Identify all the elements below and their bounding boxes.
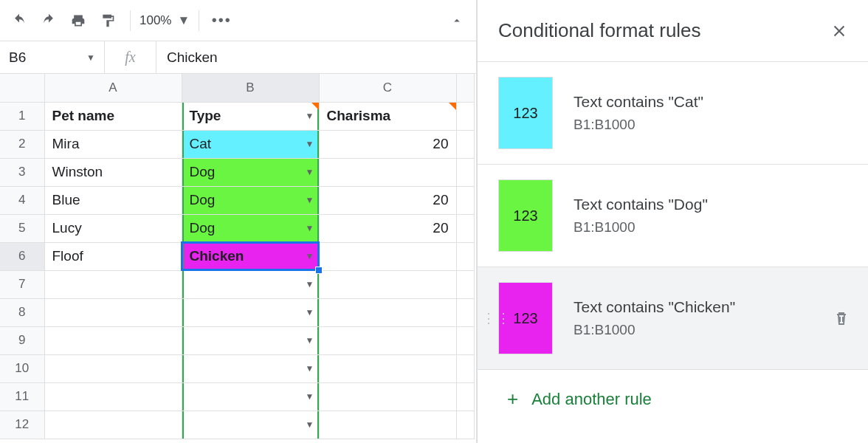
chevron-down-icon[interactable]: ▼ — [306, 139, 314, 149]
cell[interactable]: ▼ — [182, 354, 319, 382]
cell[interactable]: Pet name — [44, 102, 182, 130]
chevron-down-icon[interactable]: ▼ — [306, 335, 314, 346]
cell[interactable]: Blue — [44, 186, 182, 214]
add-rule-label: Add another rule — [531, 390, 652, 409]
row-header[interactable]: 4 — [0, 186, 44, 214]
row-header[interactable]: 9 — [0, 326, 44, 354]
cell[interactable]: ▼ — [182, 382, 319, 411]
print-button[interactable] — [65, 7, 92, 34]
chevron-down-icon[interactable]: ▼ — [306, 279, 314, 289]
spreadsheet-grid[interactable]: A B C 1 Pet name Type ▼ Charisma — [0, 74, 476, 443]
delete-rule-button[interactable] — [833, 309, 850, 327]
format-rule[interactable]: 123 Text contains "Cat" B1:B1000 — [478, 62, 868, 165]
cell[interactable]: ▼ — [182, 298, 319, 326]
cell[interactable]: Type ▼ — [182, 102, 319, 130]
cell[interactable]: Mira — [44, 130, 182, 158]
cell[interactable] — [319, 382, 456, 411]
chevron-down-icon[interactable]: ▼ — [306, 111, 314, 121]
cell[interactable] — [44, 354, 182, 382]
format-rule[interactable]: ⋮⋮ 123 Text contains "Chicken" B1:B1000 — [478, 267, 868, 370]
cell[interactable] — [456, 242, 474, 270]
cell[interactable]: 20 — [319, 130, 456, 158]
chevron-down-icon[interactable]: ▼ — [306, 363, 314, 374]
cell[interactable]: ▼ — [182, 326, 319, 354]
cell[interactable] — [456, 270, 474, 298]
row-header[interactable]: 11 — [0, 382, 44, 411]
cell[interactable] — [456, 382, 474, 411]
cell[interactable]: Cat▼ — [182, 130, 319, 158]
cell[interactable]: Floof — [44, 242, 182, 270]
close-sidebar-button[interactable] — [831, 23, 847, 39]
add-rule-button[interactable]: + Add another rule — [478, 370, 868, 428]
cell[interactable] — [319, 242, 456, 270]
redo-button[interactable] — [35, 7, 62, 34]
cell[interactable] — [456, 186, 474, 214]
cell[interactable] — [456, 326, 474, 354]
row-header[interactable]: 5 — [0, 214, 44, 242]
row-header[interactable]: 3 — [0, 158, 44, 186]
row-header[interactable]: 6 — [0, 242, 44, 270]
cell[interactable]: 20 — [319, 214, 456, 242]
rule-range: B1:B1000 — [574, 117, 703, 133]
cell[interactable] — [456, 411, 474, 439]
cell[interactable] — [319, 354, 456, 382]
cell[interactable] — [319, 411, 456, 439]
cell[interactable] — [44, 382, 182, 411]
column-header-d[interactable] — [456, 74, 474, 102]
row-header[interactable]: 1 — [0, 102, 44, 130]
cell[interactable]: 20 — [319, 186, 456, 214]
column-header-b[interactable]: B — [182, 74, 319, 102]
chevron-down-icon[interactable]: ▼ — [306, 223, 314, 233]
cell[interactable] — [456, 354, 474, 382]
column-header-c[interactable]: C — [319, 74, 456, 102]
chevron-down-icon[interactable]: ▼ — [306, 391, 314, 402]
chevron-up-icon — [450, 14, 464, 27]
row-header[interactable]: 2 — [0, 130, 44, 158]
cell[interactable]: Dog▼ — [182, 186, 319, 214]
drag-handle-icon[interactable]: ⋮⋮ — [482, 316, 512, 320]
undo-button[interactable] — [6, 7, 32, 34]
cell[interactable] — [44, 270, 182, 298]
cell-selected[interactable]: Chicken ▼ — [182, 242, 319, 270]
cell[interactable]: Charisma — [319, 102, 456, 130]
column-header-a[interactable]: A — [44, 74, 182, 102]
row-header[interactable]: 12 — [0, 411, 44, 439]
row-header[interactable]: 7 — [0, 270, 44, 298]
chevron-down-icon[interactable]: ▼ — [306, 307, 314, 317]
cell[interactable]: ▼ — [182, 411, 319, 439]
cell[interactable] — [456, 214, 474, 242]
more-button[interactable]: ••• — [208, 7, 235, 34]
cell[interactable]: Lucy — [44, 214, 182, 242]
zoom-dropdown[interactable]: 100% ▼ — [140, 13, 190, 28]
select-all-corner[interactable] — [0, 74, 44, 102]
row-header[interactable]: 8 — [0, 298, 44, 326]
cell[interactable] — [319, 326, 456, 354]
row-header[interactable]: 10 — [0, 354, 44, 382]
cell[interactable] — [44, 298, 182, 326]
chevron-down-icon[interactable]: ▼ — [306, 195, 314, 205]
collapse-toolbar-button[interactable] — [444, 7, 470, 34]
cell[interactable]: Dog▼ — [182, 214, 319, 242]
cell[interactable] — [456, 130, 474, 158]
formula-input[interactable]: Chicken — [156, 49, 476, 66]
name-box[interactable]: B6 ▼ — [0, 41, 105, 73]
cell[interactable]: Dog▼ — [182, 158, 319, 186]
paint-roller-icon — [100, 13, 115, 28]
selection-handle[interactable] — [315, 267, 323, 274]
cell[interactable] — [456, 298, 474, 326]
chevron-down-icon[interactable]: ▼ — [306, 251, 314, 261]
cell[interactable] — [44, 411, 182, 439]
cell[interactable]: Winston — [44, 158, 182, 186]
cell[interactable] — [456, 102, 474, 130]
cell[interactable] — [319, 270, 456, 298]
cell[interactable]: ▼ — [182, 270, 319, 298]
chevron-down-icon[interactable]: ▼ — [306, 167, 314, 177]
format-rule[interactable]: 123 Text contains "Dog" B1:B1000 — [478, 165, 868, 267]
print-icon — [71, 13, 86, 28]
cell[interactable] — [44, 326, 182, 354]
paint-format-button[interactable] — [94, 7, 121, 34]
chevron-down-icon[interactable]: ▼ — [306, 419, 314, 430]
cell[interactable] — [319, 298, 456, 326]
cell[interactable] — [456, 158, 474, 186]
cell[interactable] — [319, 158, 456, 186]
